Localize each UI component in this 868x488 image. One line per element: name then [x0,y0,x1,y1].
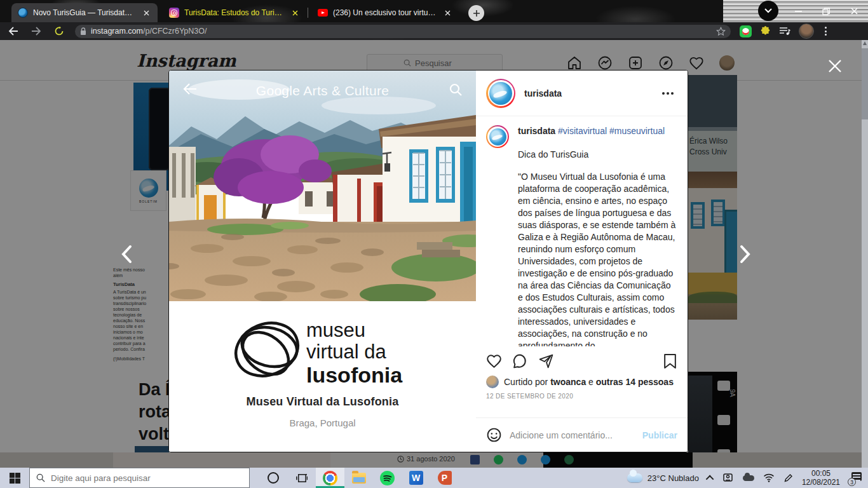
modal-close-button[interactable] [825,56,845,76]
tab-title: Novo TurisGuia — Turisdata-RJ [33,8,136,17]
search-icon[interactable] [449,83,462,96]
lock-icon [80,27,86,36]
meet-now-icon[interactable] [722,473,734,483]
scrollbar-thumb[interactable] [862,48,868,119]
tab-separator [308,8,308,18]
svg-text:virtual da: virtual da [306,341,387,363]
emoji-smiley-icon[interactable] [486,427,502,443]
museum-info-section: museu virtual da lusofonia Museu Virtual… [169,301,476,452]
post-action-bar [476,346,688,376]
liker-username[interactable]: twoanca [550,377,586,387]
browser-menu-icon[interactable] [822,27,829,36]
wifi-icon[interactable] [763,473,775,482]
comment-icon[interactable] [512,353,528,369]
close-window-button[interactable] [840,0,868,22]
museum-location: Braga, Portugal [169,417,476,428]
previous-post-chevron[interactable] [116,243,137,265]
caption-username[interactable]: turisdata [518,126,555,136]
spotify-icon [380,471,395,485]
caption-avatar[interactable] [486,125,509,148]
clock-time: 00:05 [802,469,840,478]
weather-cloud-icon [627,473,642,482]
action-center-button[interactable]: 3 [849,472,862,484]
taskbar-clock[interactable]: 00:05 12/08/2021 [802,469,840,487]
cortana-button[interactable] [259,468,287,488]
post-image[interactable]: Google Arts & Culture museu virtual da [169,71,476,452]
task-view-button[interactable] [287,468,316,488]
taskbar-chrome-button[interactable] [316,468,344,488]
tab-search-button[interactable] [758,1,778,21]
next-post-chevron[interactable] [735,243,756,265]
liker-avatar[interactable] [486,376,499,388]
taskbar-search-box[interactable] [29,468,250,488]
post-caption-area[interactable]: turisdata #visitavirtual #museuvirtual D… [476,116,688,346]
pen-icon[interactable] [783,473,793,483]
museum-logo: museu virtual da lusofonia [227,311,418,389]
like-heart-icon[interactable] [486,353,502,369]
taskbar-spotify-button[interactable] [373,468,402,488]
bookmark-icon[interactable] [663,353,677,369]
window-controls [784,0,868,22]
tab-youtube[interactable]: (236) Un esclusivo tour virtuale n [311,3,459,22]
share-plane-icon[interactable] [538,353,554,369]
comment-input-row: Publicar [476,417,688,452]
screen: Novo TurisGuia — Turisdata-RJ TurisData:… [0,0,868,488]
notification-badge: 3 [848,478,856,486]
publish-button[interactable]: Publicar [642,430,677,440]
browser-toolbar: instagram.com/p/CFCzr6YpN3O/ [0,22,868,40]
other-likers[interactable]: outras 14 pessoas [596,377,674,387]
taskbar-search-input[interactable] [51,473,197,483]
minimize-button[interactable] [784,0,812,22]
start-button[interactable] [0,468,29,488]
address-bar[interactable]: instagram.com/p/CFCzr6YpN3O/ [75,25,731,38]
post-date: 12 DE SETEMBRO DE 2020 [476,388,688,400]
onedrive-icon[interactable] [743,475,754,481]
post-username[interactable]: turisdata [524,88,562,98]
back-button[interactable] [4,23,23,39]
extensions-area [740,24,829,39]
story-ring-avatar[interactable] [486,79,515,108]
tab-close-icon[interactable] [442,8,452,18]
tab-close-icon[interactable] [290,8,300,18]
new-tab-button[interactable] [468,5,484,21]
tab-close-icon[interactable] [141,8,151,18]
bookmark-star-icon[interactable] [716,27,726,36]
taskbar-powerpoint-button[interactable]: P [430,468,459,488]
scroll-up-arrow[interactable] [863,41,867,45]
caption-hashtags[interactable]: #visitavirtual #museuvirtual [558,126,665,136]
tab-title: (236) Un esclusivo tour virtuale n [333,8,437,17]
tab-instagram[interactable]: TurisData: Estudos do Turismo (@ [163,3,306,22]
browser-profile-avatar[interactable] [799,24,814,39]
taskbar-explorer-button[interactable] [344,468,373,488]
post-header: turisdata [476,71,688,116]
instagram-favicon [169,8,179,18]
gac-title: Google Arts & Culture [169,83,476,98]
museum-name: Museu Virtual da Lusofonia [169,395,476,409]
bitmoji-extension-icon[interactable] [740,25,752,37]
tray-expand-chevron-icon[interactable] [706,475,714,483]
comment-input[interactable] [510,430,635,440]
weather-widget[interactable]: 23°C Nublado [627,473,699,483]
task-view-icon [295,472,308,484]
caption-text: turisdata #visitavirtual #museuvirtual D… [518,125,677,346]
more-options-icon[interactable] [658,88,677,98]
powerpoint-icon: P [438,471,452,485]
system-tray: 23°C Nublado 00:05 12/08/2021 3 [627,468,868,488]
chrome-icon [323,471,337,485]
extensions-puzzle-icon[interactable] [760,26,771,37]
cortana-icon [267,471,280,484]
restore-button[interactable] [812,0,840,22]
windows-taskbar: W P 23°C Nublado 00:05 12/08/2021 [0,468,868,488]
post-panel: turisdata turisdata #visitavirtual #muse… [476,71,688,452]
turisguia-favicon [18,8,28,18]
page-scrollbar[interactable] [862,40,868,468]
reload-button[interactable] [50,23,69,39]
search-icon [36,473,45,482]
instagram-page: Instagram BOLETIM Este mês nosso além Tu… [0,40,862,468]
post-modal: Google Arts & Culture museu virtual da [168,70,688,452]
taskbar-word-button[interactable]: W [402,468,430,488]
forward-button[interactable] [27,23,46,39]
windows-logo-icon [10,473,20,484]
tab-turisguia[interactable]: Novo TurisGuia — Turisdata-RJ [11,3,158,22]
media-controls-icon[interactable] [779,27,790,36]
